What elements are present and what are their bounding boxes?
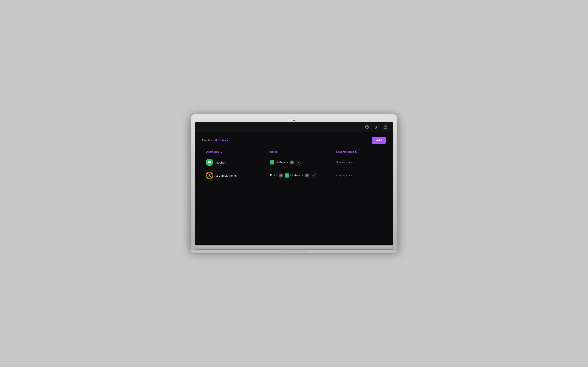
roles-cell-moobot: ✓ Moderator – + bbox=[270, 160, 336, 165]
user-cell-moobot: moobot bbox=[206, 159, 270, 166]
add-role-streamelements-button[interactable]: + bbox=[311, 173, 316, 178]
col-header-roles: Roles bbox=[270, 150, 336, 153]
last-modified-moobot: 3 months ago bbox=[336, 161, 382, 164]
moderator-label-se: Moderator bbox=[290, 174, 303, 177]
roles-dropdown-label: All Roles bbox=[214, 139, 226, 142]
last-modified-col-label: Last Modified bbox=[336, 150, 354, 153]
username-moobot: moobot bbox=[216, 161, 225, 164]
user-cell-streamelements: streamelements bbox=[206, 172, 270, 179]
username-streamelements: streamelements bbox=[216, 174, 237, 177]
add-button[interactable]: Add bbox=[372, 137, 386, 144]
top-bar: ? bbox=[195, 122, 393, 132]
svg-rect-2 bbox=[384, 126, 387, 128]
col-header-last-modified: Last Modified ⇅ bbox=[336, 150, 382, 153]
laptop-outer: ? bbox=[191, 114, 397, 253]
webcam-dot bbox=[293, 120, 295, 121]
moderator-label: Moderator bbox=[275, 161, 288, 164]
editor-label: Editor bbox=[270, 174, 277, 177]
col-header-username: Username ▲ bbox=[206, 150, 270, 153]
main-content: Display All Roles ▾ Add Username bbox=[195, 132, 393, 187]
avatar-moobot bbox=[206, 159, 213, 166]
users-table: Username ▲ Roles Last Modified ⇅ bbox=[202, 148, 386, 182]
add-role-moobot-button[interactable]: + bbox=[296, 160, 301, 165]
help-icon[interactable]: ? bbox=[364, 124, 370, 130]
moderator-icon: ✓ bbox=[270, 160, 274, 165]
sort-both-icon: ⇅ bbox=[355, 151, 357, 153]
roles-col-label: Roles bbox=[270, 150, 278, 153]
sort-asc-icon: ▲ bbox=[220, 151, 222, 153]
role-badge-moderator: ✓ Moderator bbox=[270, 160, 288, 165]
table-row: streamelements Editor – ✓ Moderator – bbox=[202, 169, 386, 182]
roles-cell-streamelements: Editor – ✓ Moderator – + bbox=[270, 173, 336, 178]
display-label: Display bbox=[202, 139, 212, 142]
filter-left: Display All Roles ▾ bbox=[202, 139, 228, 142]
svg-point-3 bbox=[208, 162, 209, 162]
svg-point-4 bbox=[210, 162, 210, 162]
mail-icon[interactable] bbox=[383, 124, 388, 130]
laptop-body: ? bbox=[191, 114, 397, 250]
remove-editor-streamelements-button[interactable]: – bbox=[279, 173, 283, 177]
svg-text:?: ? bbox=[366, 126, 368, 128]
role-badge-moderator-se: ✓ Moderator bbox=[285, 173, 303, 177]
chevron-down-icon: ▾ bbox=[227, 139, 228, 142]
roles-dropdown[interactable]: All Roles ▾ bbox=[214, 139, 228, 142]
username-col-label: Username bbox=[206, 150, 219, 153]
remove-moderator-streamelements-button[interactable]: – bbox=[305, 173, 309, 177]
filter-row: Display All Roles ▾ Add bbox=[202, 137, 386, 144]
remove-moderator-moobot-button[interactable]: – bbox=[290, 160, 294, 165]
last-modified-streamelements: 4 months ago bbox=[336, 174, 382, 177]
screen: ? bbox=[195, 122, 393, 245]
laptop-base bbox=[191, 250, 397, 253]
laptop-bottom bbox=[195, 245, 393, 250]
editor-badge: Editor bbox=[270, 174, 277, 177]
webcam-area bbox=[195, 118, 393, 122]
moderator-icon-se: ✓ bbox=[285, 173, 289, 177]
table-header: Username ▲ Roles Last Modified ⇅ bbox=[202, 148, 386, 156]
avatar-streamelements bbox=[206, 172, 213, 179]
table-row: moobot ✓ Moderator – + 3 months ago bbox=[202, 156, 386, 169]
spark-icon[interactable] bbox=[373, 124, 379, 130]
